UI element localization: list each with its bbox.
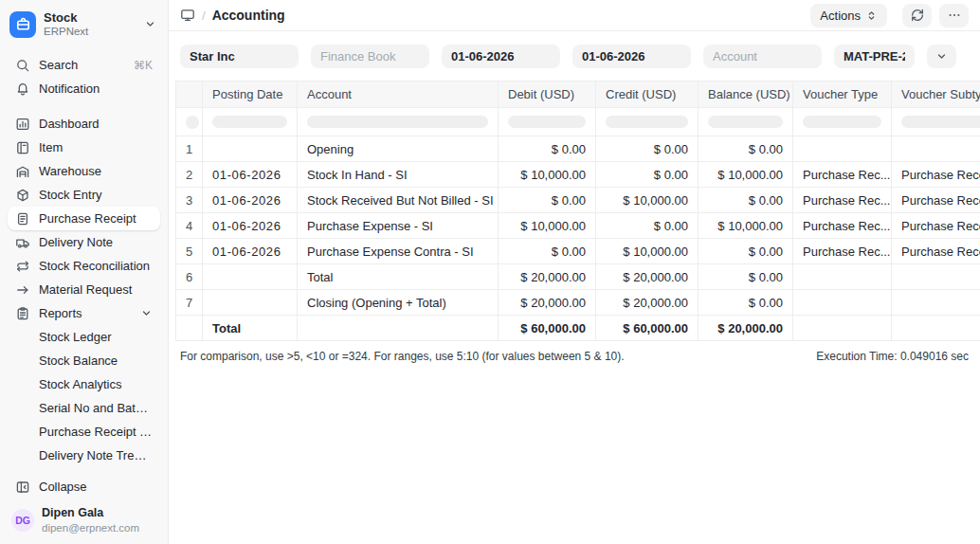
- cell-balance[interactable]: $ 0.00: [699, 136, 793, 162]
- cell-idx[interactable]: 2: [176, 162, 203, 188]
- filter-expand-button[interactable]: [927, 45, 956, 68]
- cell-posting_date[interactable]: Total: [203, 316, 298, 341]
- cell-idx[interactable]: [176, 316, 203, 341]
- cell-voucher_subtype[interactable]: Purchase Receipt: [892, 162, 980, 188]
- sidebar-item-notification[interactable]: Notification: [8, 77, 160, 100]
- cell-balance[interactable]: $ 20,000.00: [699, 316, 793, 341]
- cell-debit[interactable]: $ 0.00: [499, 188, 596, 213]
- cell-idx[interactable]: 7: [176, 290, 203, 316]
- cell-balance[interactable]: $ 0.00: [699, 188, 793, 213]
- sidebar-item-delivery-note[interactable]: Delivery Note: [8, 230, 160, 254]
- column-header-credit[interactable]: Credit (USD): [596, 82, 699, 108]
- column-filter-balance[interactable]: [699, 108, 793, 136]
- column-header-debit[interactable]: Debit (USD): [499, 82, 596, 108]
- cell-account[interactable]: Closing (Opening + Total): [298, 290, 499, 316]
- cell-voucher_type[interactable]: Purchase Rec...: [793, 162, 892, 188]
- cell-balance[interactable]: $ 0.00: [699, 239, 793, 264]
- cell-idx[interactable]: 4: [176, 213, 203, 239]
- cell-voucher_subtype[interactable]: [892, 264, 980, 290]
- filter-from-date[interactable]: [442, 45, 560, 68]
- cell-credit[interactable]: $ 10,000.00: [596, 239, 699, 264]
- column-filter-debit[interactable]: [499, 108, 596, 136]
- more-button[interactable]: [939, 4, 969, 27]
- sidebar-item-serial-no-and-batch-tracking[interactable]: Serial No and Batch Trac...: [8, 396, 160, 420]
- cell-account[interactable]: Purchase Expense Contra - SI: [298, 239, 499, 264]
- sidebar-item-stock-analytics[interactable]: Stock Analytics: [8, 372, 160, 396]
- column-header-balance[interactable]: Balance (USD): [699, 82, 793, 108]
- cell-voucher_type[interactable]: [793, 264, 892, 290]
- sidebar-item-purchase-receipt[interactable]: Purchase Receipt: [8, 207, 160, 230]
- sidebar-item-purchase-receipt-trends[interactable]: Purchase Receipt Trends: [8, 420, 160, 444]
- filter-company[interactable]: [180, 45, 299, 68]
- sidebar-item-dashboard[interactable]: Dashboard: [8, 112, 160, 136]
- cell-idx[interactable]: 3: [176, 188, 203, 213]
- sidebar-item-reports[interactable]: Reports: [8, 301, 160, 325]
- cell-credit[interactable]: $ 10,000.00: [596, 188, 699, 213]
- column-header-voucher_subtype[interactable]: Voucher Subtype: [892, 82, 980, 108]
- cell-posting_date[interactable]: 01-06-2026: [203, 213, 298, 239]
- cell-voucher_subtype[interactable]: Purchase Receipt: [892, 213, 980, 239]
- cell-account[interactable]: Opening: [298, 136, 499, 162]
- cell-voucher_subtype[interactable]: [892, 136, 980, 162]
- filter-to-date[interactable]: [572, 45, 691, 68]
- cell-debit[interactable]: $ 20,000.00: [499, 290, 596, 316]
- column-filter-voucher_subtype[interactable]: [892, 108, 980, 136]
- cell-voucher_type[interactable]: [793, 136, 892, 162]
- cell-voucher_type[interactable]: Purchase Rec...: [793, 239, 892, 264]
- column-header-idx[interactable]: [176, 82, 203, 108]
- column-filter-credit[interactable]: [596, 108, 699, 136]
- cell-posting_date[interactable]: [203, 264, 298, 290]
- cell-posting_date[interactable]: [203, 290, 298, 316]
- cell-balance[interactable]: $ 0.00: [699, 264, 793, 290]
- cell-account[interactable]: Stock Received But Not Billed - SI: [298, 188, 499, 213]
- sidebar-item-warehouse[interactable]: Warehouse: [8, 159, 160, 183]
- workspace-switcher[interactable]: Stock ERPNext: [8, 8, 160, 41]
- column-header-voucher_type[interactable]: Voucher Type: [793, 82, 892, 108]
- sidebar-item-stock-ledger[interactable]: Stock Ledger: [8, 325, 160, 349]
- cell-debit[interactable]: $ 10,000.00: [499, 213, 596, 239]
- cell-voucher_subtype[interactable]: Purchase Receipt: [892, 239, 980, 264]
- cell-posting_date[interactable]: 01-06-2026: [203, 239, 298, 264]
- cell-debit[interactable]: $ 20,000.00: [499, 264, 596, 290]
- column-filter-posting_date[interactable]: [203, 108, 298, 136]
- filter-finance-book[interactable]: [311, 45, 429, 68]
- cell-idx[interactable]: 1: [176, 136, 203, 162]
- cell-debit[interactable]: $ 0.00: [499, 239, 596, 264]
- actions-button[interactable]: Actions: [810, 4, 887, 27]
- cell-voucher_type[interactable]: Purchase Rec...: [793, 213, 892, 239]
- cell-account[interactable]: Stock In Hand - SI: [298, 162, 499, 188]
- cell-voucher_type[interactable]: [793, 290, 892, 316]
- filter-voucher-no[interactable]: [834, 45, 915, 68]
- cell-debit[interactable]: $ 60,000.00: [499, 316, 596, 341]
- cell-voucher_subtype[interactable]: [892, 316, 980, 341]
- sidebar-item-stock-entry[interactable]: Stock Entry: [8, 183, 160, 207]
- sidebar-item-stock-balance[interactable]: Stock Balance: [8, 349, 160, 372]
- cell-voucher_subtype[interactable]: [892, 290, 980, 316]
- sidebar-item-item[interactable]: Item: [8, 136, 160, 159]
- cell-credit[interactable]: $ 0.00: [596, 136, 699, 162]
- user-menu[interactable]: DG Dipen Gala dipen@erpnext.com: [8, 499, 160, 536]
- table-total-row[interactable]: Total$ 60,000.00$ 60,000.00$ 20,000.00: [176, 316, 980, 341]
- table-row[interactable]: 201-06-2026Stock In Hand - SI$ 10,000.00…: [176, 162, 980, 188]
- cell-credit[interactable]: $ 0.00: [596, 162, 699, 188]
- cell-balance[interactable]: $ 0.00: [699, 290, 793, 316]
- cell-debit[interactable]: $ 10,000.00: [499, 162, 596, 188]
- column-filter-account[interactable]: [298, 108, 499, 136]
- column-header-account[interactable]: Account: [298, 82, 499, 108]
- sidebar-item-stock-reconciliation[interactable]: Stock Reconciliation: [8, 254, 160, 278]
- cell-posting_date[interactable]: [203, 136, 298, 162]
- cell-credit[interactable]: $ 60,000.00: [596, 316, 699, 341]
- cell-voucher_type[interactable]: [793, 316, 892, 341]
- table-row[interactable]: 501-06-2026Purchase Expense Contra - SI$…: [176, 239, 980, 264]
- sidebar-item-delivery-note-trends[interactable]: Delivery Note Trends: [8, 444, 160, 467]
- table-row[interactable]: 1Opening$ 0.00$ 0.00$ 0.00: [176, 136, 980, 162]
- cell-idx[interactable]: 6: [176, 264, 203, 290]
- cell-account[interactable]: Purchase Expense - SI: [298, 213, 499, 239]
- cell-account[interactable]: [298, 316, 499, 341]
- cell-debit[interactable]: $ 0.00: [499, 136, 596, 162]
- cell-credit[interactable]: $ 20,000.00: [596, 264, 699, 290]
- cell-balance[interactable]: $ 10,000.00: [699, 162, 793, 188]
- cell-credit[interactable]: $ 20,000.00: [596, 290, 699, 316]
- cell-balance[interactable]: $ 10,000.00: [699, 213, 793, 239]
- table-row[interactable]: 6Total$ 20,000.00$ 20,000.00$ 0.00: [176, 264, 980, 290]
